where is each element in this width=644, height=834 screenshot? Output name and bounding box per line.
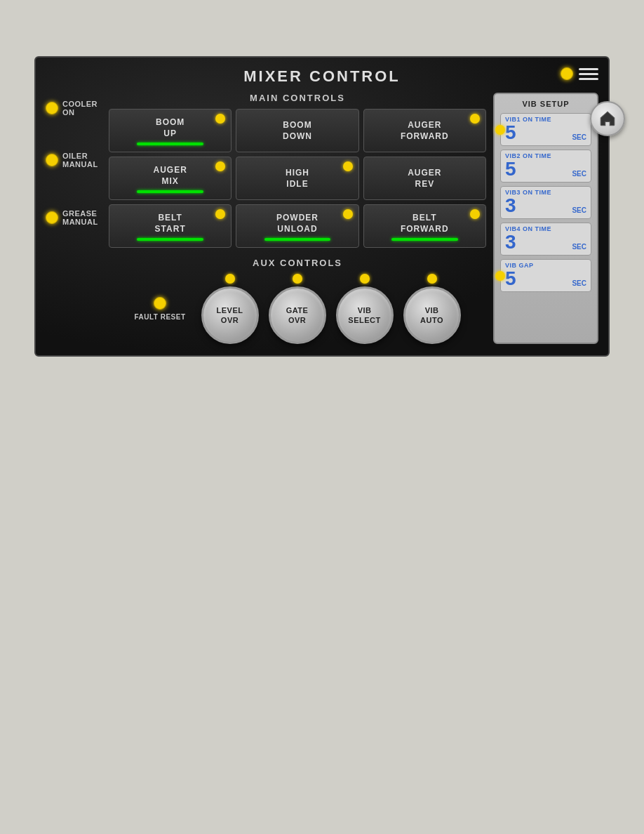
gate-ovr-dot	[293, 274, 302, 284]
vib3-row: VIB3 ON TIME 3 SEC	[500, 186, 591, 219]
high-idle-label: HIGHIDLE	[286, 168, 309, 190]
auger-rev-button[interactable]: AUGERREV	[363, 157, 486, 200]
vib1-row: VIB1 ON TIME 5 SEC	[500, 113, 591, 146]
auger-mix-bar	[137, 190, 203, 193]
belt-start-bar	[137, 238, 203, 241]
belt-start-label: BELTSTART	[155, 213, 186, 234]
high-idle-button[interactable]: HIGHIDLE	[236, 157, 358, 200]
vib-select-dot	[360, 274, 370, 284]
main-controls-grid: BOOMUP BOOMDOWN AUGERFORWARD AUGERMIX	[109, 109, 486, 248]
vib-select-wrap: VIBSELECT	[336, 274, 394, 344]
auger-forward-dot	[470, 114, 480, 124]
vib4-label: VIB4 ON TIME	[505, 226, 586, 232]
powder-unload-label: POWDERUNLOAD	[276, 213, 318, 234]
vib3-value: 3	[505, 196, 516, 216]
vib2-row: VIB2 ON TIME 5 SEC	[500, 150, 591, 183]
vib-gap-dot	[495, 271, 505, 281]
oiler-manual-dot	[46, 154, 58, 166]
belt-forward-button[interactable]: BELTFORWARD	[363, 204, 486, 248]
panel-title: MIXER CONTROL	[46, 67, 598, 86]
level-ovr-label: LEVELOVR	[217, 305, 243, 326]
boom-down-button[interactable]: BOOMDOWN	[236, 109, 358, 152]
level-ovr-dot	[225, 274, 235, 284]
belt-forward-bar	[391, 238, 457, 241]
vib-gap-label: VIB GAP	[505, 263, 586, 269]
auger-forward-button[interactable]: AUGERFORWARD	[363, 109, 486, 152]
vib-auto-button[interactable]: VIBAUTO	[403, 286, 461, 344]
auger-mix-dot	[215, 161, 225, 171]
oiler-manual-label: OILER MANUAL	[46, 152, 98, 168]
powder-unload-button[interactable]: POWDERUNLOAD	[236, 204, 358, 248]
vib-select-label: VIBSELECT	[348, 305, 380, 326]
cooler-on-label: COOLER ON	[46, 100, 98, 117]
vib4-row: VIB4 ON TIME 3 SEC	[500, 223, 591, 256]
auger-forward-label: AUGERFORWARD	[401, 120, 449, 142]
auger-mix-button[interactable]: AUGERMIX	[109, 157, 232, 200]
aux-controls-label: AUX CONTROLS	[109, 258, 486, 268]
belt-start-button[interactable]: BELTSTART	[109, 204, 232, 248]
vib4-value: 3	[505, 232, 516, 252]
vib-auto-dot	[427, 274, 437, 284]
belt-forward-label: BELTFORWARD	[401, 213, 449, 234]
gate-ovr-wrap: GATEOVR	[269, 274, 326, 344]
vib-select-button[interactable]: VIBSELECT	[336, 286, 394, 344]
cooler-on-dot	[46, 102, 58, 114]
boom-down-label: BOOMDOWN	[283, 120, 312, 142]
vib-gap-unit: SEC	[572, 279, 586, 287]
level-ovr-button[interactable]: LEVELOVR	[201, 286, 259, 344]
fault-reset-dot	[154, 297, 166, 310]
grease-manual-label: GREASE MANUAL	[46, 209, 98, 226]
level-ovr-wrap: LEVELOVR	[201, 274, 259, 344]
grease-manual-dot	[46, 211, 58, 224]
vib-gap-row: VIB GAP 5 SEC	[500, 259, 591, 292]
powder-unload-bar	[264, 238, 330, 241]
vib1-value: 5	[505, 123, 516, 143]
vib1-label: VIB1 ON TIME	[505, 117, 586, 123]
fault-reset-label: FAULT RESET	[134, 312, 185, 322]
boom-up-bar	[137, 143, 203, 145]
vib2-label: VIB2 ON TIME	[505, 153, 586, 159]
vib-setup-panel: VIB SETUP VIB1 ON TIME 5 SEC VIB2 ON TIM…	[493, 93, 598, 344]
vib-setup-title: VIB SETUP	[500, 100, 591, 108]
boom-up-label: BOOMUP	[156, 117, 185, 139]
home-button[interactable]	[590, 101, 625, 136]
vib3-label: VIB3 ON TIME	[505, 190, 586, 196]
main-panel: MIXER CONTROL COOLER ON OILER MANUAL GRE…	[34, 56, 610, 357]
gate-ovr-label: GATEOVR	[286, 305, 309, 326]
high-idle-dot	[343, 161, 353, 171]
boom-up-dot	[215, 114, 225, 124]
top-right-dot	[561, 67, 573, 80]
aux-buttons-row: FAULT RESET LEVELOVR GATEOV	[109, 274, 486, 344]
left-section: MAIN CONTROLS BOOMUP BOOMDOWN AUGERFORWA…	[109, 93, 486, 344]
gate-ovr-button[interactable]: GATEOVR	[269, 286, 326, 344]
vib1-unit: SEC	[572, 133, 586, 141]
home-icon	[598, 110, 617, 128]
vib2-value: 5	[505, 159, 516, 179]
powder-unload-dot	[343, 209, 353, 219]
belt-start-dot	[215, 209, 225, 219]
boom-up-button[interactable]: BOOMUP	[109, 109, 232, 152]
vib-auto-wrap: VIBAUTO	[403, 274, 461, 344]
vib3-unit: SEC	[572, 206, 586, 214]
auger-rev-label: AUGERREV	[408, 168, 441, 190]
vib4-unit: SEC	[572, 243, 586, 251]
aux-section: AUX CONTROLS FAULT RESET LEVELOVR	[109, 258, 486, 344]
menu-button[interactable]	[579, 68, 598, 80]
belt-forward-dot	[470, 209, 480, 219]
vib2-unit: SEC	[572, 170, 586, 178]
main-area: MAIN CONTROLS BOOMUP BOOMDOWN AUGERFORWA…	[109, 93, 598, 344]
auger-mix-label: AUGERMIX	[153, 165, 187, 187]
vib-gap-value: 5	[505, 269, 516, 289]
vib1-dot	[495, 125, 505, 135]
main-controls-label: MAIN CONTROLS	[109, 93, 486, 103]
top-right-controls	[561, 67, 598, 80]
vib-auto-label: VIBAUTO	[420, 305, 443, 326]
